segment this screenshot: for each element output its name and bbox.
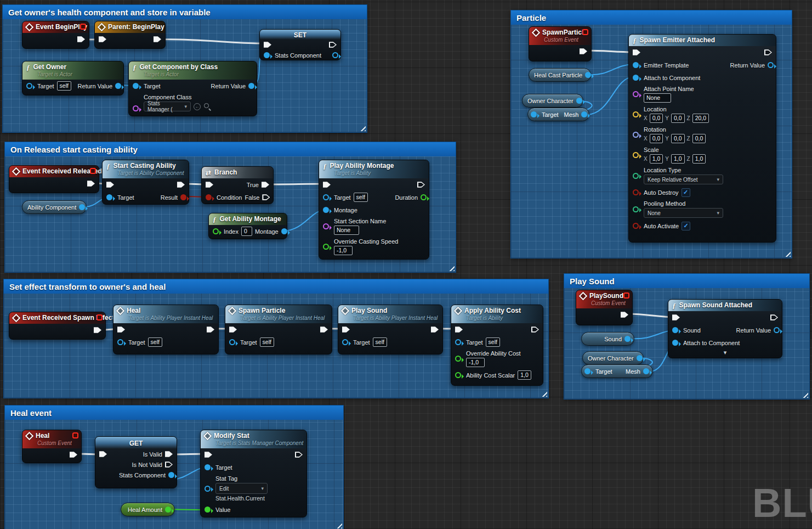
exec-out-pin[interactable] xyxy=(320,326,328,333)
node-play-sound-call[interactable]: Play SoundTarget is Ability Player Insta… xyxy=(338,305,443,354)
scale-x-input[interactable]: 1,0 xyxy=(650,154,663,164)
index-input[interactable]: 0 xyxy=(241,227,252,236)
node-branch[interactable]: Branch True ConditionFalse xyxy=(201,166,274,204)
index-pin[interactable] xyxy=(213,228,219,234)
mesh-out-pin[interactable] xyxy=(581,111,587,117)
node-heal-call[interactable]: HealTarget is Ability Player Instant Hea… xyxy=(113,305,219,354)
comment-resize-handle[interactable] xyxy=(447,264,455,271)
auto-activate-checkbox[interactable] xyxy=(682,222,690,230)
comment-resize-handle[interactable] xyxy=(540,390,547,397)
target-pin[interactable] xyxy=(531,111,537,117)
comment-resize-handle[interactable] xyxy=(801,391,808,398)
exec-in-pin[interactable] xyxy=(99,451,107,458)
pooling-method-pin[interactable] xyxy=(633,206,639,212)
target-input[interactable]: self xyxy=(373,337,387,347)
attach-to-component-pin[interactable] xyxy=(672,340,678,346)
exec-in-pin[interactable] xyxy=(264,41,271,48)
comment-title[interactable]: Heal event xyxy=(5,406,343,420)
auto-destroy-checkbox[interactable] xyxy=(682,188,690,197)
exec-in-pin[interactable] xyxy=(455,326,463,333)
target-pin[interactable] xyxy=(455,339,461,345)
stats-component-in-pin[interactable] xyxy=(264,52,270,58)
override-casting-speed-input[interactable]: -1,0 xyxy=(334,246,353,255)
comment-title[interactable]: Particle xyxy=(511,10,792,25)
target-input[interactable]: self xyxy=(260,337,274,347)
exec-out-pin[interactable] xyxy=(295,451,303,458)
stats-component-out-pin[interactable] xyxy=(332,52,338,58)
node-get-owner[interactable]: Get OwnerTarget is Actor TargetselfRetur… xyxy=(22,61,124,95)
exec-in-pin[interactable] xyxy=(106,181,114,188)
node-apply-ability-cost[interactable]: Apply Ability CostTarget is Ability Targ… xyxy=(451,305,543,386)
exec-out-pin[interactable] xyxy=(70,451,77,458)
auto-destroy-pin[interactable] xyxy=(633,189,639,195)
exec-out-pin[interactable] xyxy=(770,314,778,321)
scale-pin[interactable] xyxy=(633,152,639,158)
is-valid-exec-pin[interactable] xyxy=(165,451,173,458)
variable-get-sound[interactable]: Sound xyxy=(581,332,634,346)
start-section-name-input[interactable]: None xyxy=(334,226,359,235)
return-value-pin[interactable] xyxy=(774,327,780,333)
stat-tag-pin[interactable] xyxy=(205,486,211,492)
location-x-input[interactable]: 0,0 xyxy=(650,114,663,123)
exec-out-pin[interactable] xyxy=(94,327,101,334)
mesh-out-pin[interactable] xyxy=(643,368,649,374)
node-get-ability-montage[interactable]: Get Ability Montage Index0Montage xyxy=(208,213,287,239)
variable-get-owner-character-2[interactable]: Owner Character xyxy=(582,351,644,365)
exec-out-pin[interactable] xyxy=(621,311,628,318)
override-casting-speed-pin[interactable] xyxy=(323,244,329,250)
node-get-mesh-2[interactable]: TargetMesh xyxy=(581,364,653,378)
target-input[interactable]: self xyxy=(148,337,162,347)
scale-z-input[interactable]: 1,0 xyxy=(692,154,706,164)
exec-out-pin[interactable] xyxy=(417,181,425,188)
node-get-component-by-class[interactable]: Get Component by ClassTarget is Actor Ta… xyxy=(128,61,257,116)
exec-in-pin[interactable] xyxy=(323,181,331,188)
exec-out-pin[interactable] xyxy=(329,41,337,48)
rotation-y-input[interactable]: 0,0 xyxy=(671,134,685,143)
variable-out-pin[interactable] xyxy=(624,336,631,342)
montage-pin[interactable] xyxy=(323,207,329,213)
node-play-ability-montage[interactable]: Play Ability MontageTarget is Ability Ta… xyxy=(319,160,429,260)
target-pin[interactable] xyxy=(133,83,139,89)
variable-get-heal-cast-particle[interactable]: Heal Cast Particle xyxy=(529,68,591,82)
node-heal-custom-event[interactable]: HealCustom Event xyxy=(22,430,82,463)
ability-cost-scalar-pin[interactable] xyxy=(455,372,461,378)
rotation-x-input[interactable]: 0,0 xyxy=(650,134,663,143)
return-value-pin[interactable] xyxy=(248,83,254,89)
node-event-received-released[interactable]: Event Received Released xyxy=(9,165,99,193)
target-input[interactable]: self xyxy=(354,193,368,202)
attach-to-component-pin[interactable] xyxy=(633,75,639,81)
is-not-valid-exec-pin[interactable] xyxy=(165,461,173,468)
rotation-pin[interactable] xyxy=(633,132,639,138)
node-get-mesh-1[interactable]: TargetMesh xyxy=(527,108,589,121)
sound-pin[interactable] xyxy=(672,327,678,333)
node-spawnparticle-event[interactable]: SpawnParticleCustom Event xyxy=(529,26,592,61)
start-section-name-pin[interactable] xyxy=(323,223,329,229)
auto-activate-pin[interactable] xyxy=(633,223,639,229)
use-selected-asset-icon[interactable] xyxy=(194,103,201,110)
emitter-template-pin[interactable] xyxy=(633,62,639,68)
exec-in-pin[interactable] xyxy=(99,36,106,43)
ability-cost-scalar-input[interactable]: 1,0 xyxy=(518,370,531,380)
exec-in-pin[interactable] xyxy=(342,326,350,333)
variable-out-pin[interactable] xyxy=(585,72,591,78)
exec-out-pin[interactable] xyxy=(154,36,161,43)
location-y-input[interactable]: 0,0 xyxy=(671,114,685,123)
result-pin[interactable] xyxy=(180,194,186,200)
comment-title[interactable]: Set effect transform to owner's and heal xyxy=(4,279,548,294)
node-spawn-sound-attached[interactable]: Spawn Sound Attached SoundReturn Value A… xyxy=(668,299,782,358)
target-input[interactable]: self xyxy=(486,337,500,347)
variable-get-ability-component[interactable]: Ability Component xyxy=(22,200,87,214)
target-pin[interactable] xyxy=(117,339,123,345)
stats-component-out-pin[interactable] xyxy=(168,472,174,478)
target-pin[interactable] xyxy=(229,339,235,345)
comment-resize-handle[interactable] xyxy=(335,521,342,528)
variable-out-pin[interactable] xyxy=(79,204,85,210)
node-event-received-spawn-effect[interactable]: Event Received Spawn Effect xyxy=(9,312,106,340)
attach-point-name-pin[interactable] xyxy=(633,91,639,97)
target-pin[interactable] xyxy=(323,194,329,200)
condition-pin[interactable] xyxy=(206,194,212,200)
node-validated-get[interactable]: GET Is Valid Is Not Valid Stats Componen… xyxy=(95,436,177,488)
pooling-method-dropdown[interactable]: None xyxy=(644,208,723,218)
exec-in-pin[interactable] xyxy=(117,326,125,333)
component-class-pin[interactable] xyxy=(133,105,139,111)
